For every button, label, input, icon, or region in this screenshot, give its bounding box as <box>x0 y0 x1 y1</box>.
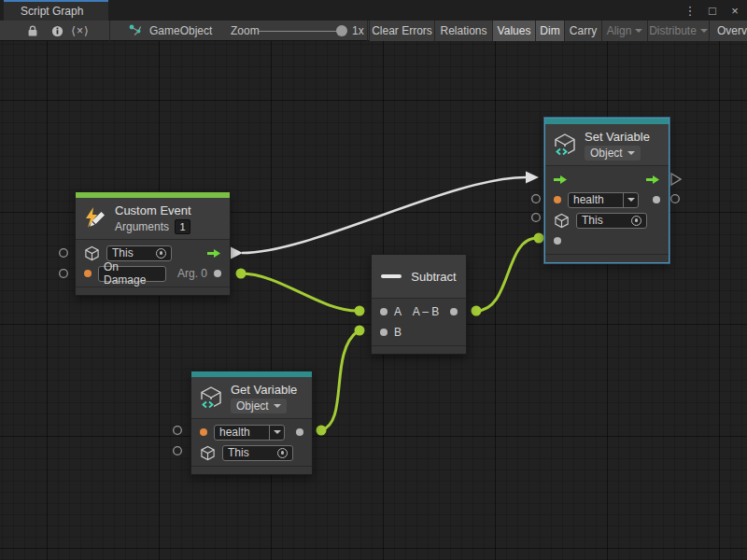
wire-subtract-setvariable[interactable] <box>476 238 537 311</box>
distribute-button[interactable]: Distribute <box>647 21 709 41</box>
name-input-port[interactable] <box>200 428 207 436</box>
align-button[interactable]: Align <box>601 21 647 41</box>
wire-arg0-subtract-a[interactable] <box>241 273 358 311</box>
value-input-port[interactable] <box>554 237 561 245</box>
overview-button[interactable]: Overv <box>709 21 747 41</box>
value-port-dot[interactable] <box>355 306 365 316</box>
object-picker-icon[interactable] <box>277 448 288 458</box>
dropdown-arrow-segment[interactable] <box>623 193 638 207</box>
cube-icon <box>554 213 570 229</box>
dropdown-arrow-icon <box>274 404 281 408</box>
scope-dropdown[interactable]: Object <box>585 146 641 161</box>
graph-target-label[interactable]: GameObject <box>149 21 212 41</box>
flow-output-port-marker[interactable] <box>231 247 243 259</box>
unconnected-port[interactable] <box>671 195 680 203</box>
flow-arrow-icon[interactable] <box>207 248 221 259</box>
input-a-label: A <box>394 305 402 318</box>
zoom-slider-track[interactable] <box>259 31 345 32</box>
flow-arrow-icon[interactable] <box>554 175 568 185</box>
target-field[interactable]: This <box>222 445 293 461</box>
toolbar-separator <box>367 21 368 41</box>
node-footer <box>372 345 466 354</box>
variable-name-row: health <box>545 189 669 210</box>
node-header: Get Variable Object <box>191 377 312 418</box>
clear-errors-button[interactable]: Clear Errors <box>369 21 434 41</box>
node-custom-event[interactable]: Custom Event Arguments 1 This <box>75 191 231 296</box>
lock-button[interactable] <box>22 21 43 41</box>
input-b-port[interactable] <box>380 329 388 336</box>
graph-target-button[interactable] <box>127 21 144 41</box>
node-subtract[interactable]: Subtract A A – B B <box>371 254 467 355</box>
variable-cube-icon <box>553 133 577 157</box>
value-output-port[interactable] <box>653 196 660 203</box>
window-controls: ⋮ □ × <box>682 0 743 21</box>
carry-button[interactable]: Carry <box>564 21 601 41</box>
values-button[interactable]: Values <box>492 21 535 41</box>
menu-icon[interactable]: ⋮ <box>682 4 698 18</box>
node-title: Set Variable <box>585 130 650 144</box>
value-port-dot[interactable] <box>236 269 247 279</box>
wire-getvariable-subtract-b[interactable] <box>321 331 358 430</box>
event-icon <box>83 206 107 231</box>
arg-output-port[interactable] <box>214 270 221 277</box>
variable-name-dropdown[interactable]: health <box>568 192 639 208</box>
cube-icon <box>84 245 100 261</box>
zoom-slider-handle[interactable] <box>336 25 347 36</box>
node-header: Set Variable Object <box>545 124 669 165</box>
minus-icon <box>381 274 402 278</box>
unconnected-port[interactable] <box>532 195 541 203</box>
value-port-dot[interactable] <box>317 426 327 436</box>
node-header: Custom Event Arguments 1 <box>76 198 230 239</box>
event-row: On Damage Arg. 0 <box>76 263 230 284</box>
dropdown-arrow-segment[interactable] <box>269 426 284 440</box>
toolbar-separator <box>109 21 110 41</box>
zoom-level: 1x <box>352 21 364 41</box>
object-picker-icon[interactable] <box>631 216 641 226</box>
result-port[interactable] <box>450 308 458 315</box>
lock-icon <box>27 24 38 37</box>
value-port-dot[interactable] <box>355 326 365 336</box>
graph-canvas[interactable]: Custom Event Arguments 1 This <box>0 41 747 560</box>
unconnected-port[interactable] <box>60 249 68 258</box>
flow-row <box>545 169 669 189</box>
unconnected-port[interactable] <box>174 447 182 455</box>
relations-button[interactable]: Relations <box>434 21 492 41</box>
variable-name-dropdown[interactable]: health <box>214 425 285 441</box>
dropdown-arrow-icon <box>635 29 642 33</box>
arguments-label: Arguments <box>115 220 169 233</box>
flow-arrow-icon[interactable] <box>646 175 660 185</box>
value-port-dot[interactable] <box>534 233 544 244</box>
arguments-count-input[interactable]: 1 <box>175 219 190 234</box>
tab-bar: Script Graph ⋮ □ × <box>0 0 747 21</box>
name-input-port[interactable] <box>554 196 561 203</box>
event-port[interactable] <box>84 270 92 277</box>
close-icon[interactable]: × <box>726 4 743 18</box>
info-icon <box>51 25 63 37</box>
object-picker-icon[interactable] <box>156 248 166 259</box>
subtract-row-b: B <box>372 322 466 343</box>
input-a-port[interactable] <box>380 308 388 315</box>
target-field[interactable]: This <box>106 245 172 261</box>
maximize-icon[interactable]: □ <box>704 4 721 18</box>
tab-script-graph[interactable]: Script Graph <box>4 0 108 21</box>
unconnected-flow-port[interactable] <box>671 174 681 185</box>
node-get-variable[interactable]: Get Variable Object health <box>190 371 313 475</box>
node-footer <box>545 254 669 262</box>
node-body: A A – B B <box>372 298 466 345</box>
value-input-row <box>545 231 669 251</box>
unconnected-port[interactable] <box>60 270 68 278</box>
target-row: This <box>545 210 669 231</box>
value-port-dot[interactable] <box>472 306 482 316</box>
unconnected-port[interactable] <box>532 214 541 222</box>
scope-dropdown[interactable]: Object <box>231 399 287 413</box>
value-output-port[interactable] <box>296 428 303 436</box>
wire-flow-customevent-setvariable[interactable] <box>242 177 526 253</box>
event-name-field[interactable]: On Damage <box>98 266 166 282</box>
node-set-variable[interactable]: Set Variable Object health <box>544 118 669 263</box>
node-body: health This <box>545 165 669 254</box>
code-badge-button[interactable]: ⟨×⟩ <box>63 21 97 41</box>
zoom-label: Zoom <box>231 21 260 41</box>
unconnected-port[interactable] <box>174 427 182 435</box>
dim-button[interactable]: Dim <box>535 21 564 41</box>
target-field[interactable]: This <box>576 213 647 229</box>
